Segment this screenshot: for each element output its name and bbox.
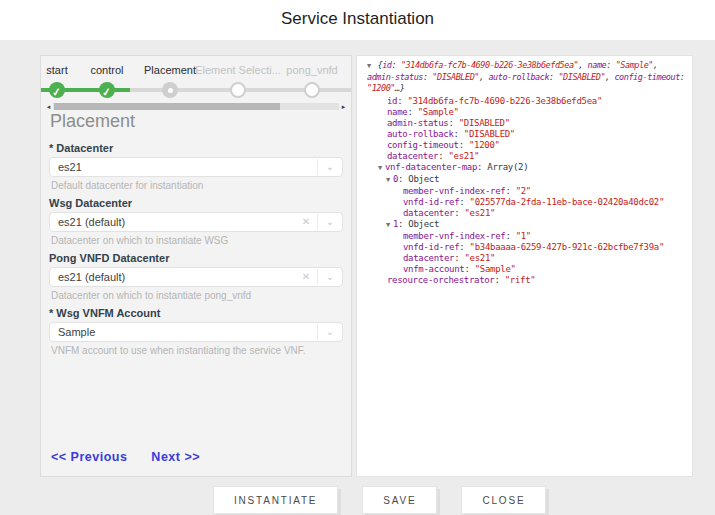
field-label: * Datacenter <box>49 142 343 154</box>
field-label: * Wsg VNFM Account <box>49 307 343 319</box>
step-label[interactable]: pong_vnfd <box>267 64 357 76</box>
json-text: id <box>382 60 391 70</box>
form-field: * Wsg VNFM AccountSample⌄VNFM account to… <box>49 307 343 356</box>
json-key: name <box>387 107 407 117</box>
json-value: "DISABLED" <box>459 118 510 128</box>
json-text: …} <box>395 83 404 93</box>
json-value: "314db6fa-fc7b-4690-b226-3e38b6efd5ea" <box>408 96 603 106</box>
clear-icon[interactable]: ✕ <box>295 268 317 286</box>
previous-link[interactable]: << Previous <box>51 450 127 464</box>
combobox[interactable]: es21 (default)✕⌄ <box>49 212 343 232</box>
json-line: admin-status: "DISABLED" <box>363 118 686 129</box>
field-help: Datacenter on which to instantiate WSG <box>49 235 343 246</box>
stepper-scrollbar[interactable]: ◂ ▸ <box>44 102 348 111</box>
page-title: Service Instantiation <box>0 9 715 29</box>
json-value: Object <box>408 219 439 229</box>
field-value: es21 <box>50 161 317 173</box>
scrollbar-track[interactable] <box>53 103 339 110</box>
combobox[interactable]: Sample⌄ <box>49 322 343 342</box>
chevron-down-icon[interactable]: ⌄ <box>317 269 342 285</box>
chevron-down-icon[interactable]: ⌄ <box>317 159 342 175</box>
form-field: * Datacenteres21⌄Default datacenter for … <box>49 142 343 191</box>
section-title: Placement <box>50 111 135 132</box>
json-key: vnfd-id-ref <box>403 242 459 252</box>
scroll-right-arrow-icon[interactable]: ▸ <box>339 102 348 111</box>
json-line: name: "Sample" <box>363 107 686 118</box>
json-line: vnfd-id-ref: "025577da-2fda-11eb-bace-02… <box>363 197 686 208</box>
json-key: datacenter <box>387 151 438 161</box>
json-line: datacenter: "es21" <box>363 151 686 162</box>
json-value: "1200" <box>469 140 500 150</box>
json-key: vnfm-account <box>403 264 464 274</box>
field-label: Wsg Datacenter <box>49 197 343 209</box>
json-value: "2" <box>516 186 531 196</box>
json-key: resource-orchestrator <box>387 275 495 285</box>
json-line: id: "314db6fa-fc7b-4690-b226-3e38b6efd5e… <box>363 96 686 107</box>
step-dot[interactable]: ✓ <box>99 82 115 98</box>
json-tree: id: "314db6fa-fc7b-4690-b226-3e38b6efd5e… <box>363 96 686 286</box>
json-line: ▼vnf-datacenter-map: Array(2) <box>363 162 686 174</box>
wizard-stepper: startcontrolPlacementElement Selecti...p… <box>41 56 351 112</box>
expander-icon[interactable]: ▼ <box>386 221 390 229</box>
json-line: config-timeout: "1200" <box>363 140 686 151</box>
json-line: vnfm-account: "Sample" <box>363 264 686 275</box>
next-link[interactable]: Next >> <box>151 450 200 464</box>
scroll-left-arrow-icon[interactable]: ◂ <box>44 102 53 111</box>
check-icon: ✓ <box>51 83 62 100</box>
json-text: "Sample" <box>616 60 653 70</box>
footer-buttons: INSTANTIATESAVECLOSE <box>213 486 546 514</box>
json-key: datacenter <box>403 253 454 263</box>
json-text: "314db6fa-fc7b-4690-b226-3e38b6efd5ea" <box>401 60 578 70</box>
json-line: ▼1: Object <box>363 219 686 231</box>
json-key: datacenter <box>403 208 454 218</box>
field-value: Sample <box>50 326 317 338</box>
json-line: member-vnf-index-ref: "1" <box>363 231 686 242</box>
form-field: Wsg Datacenteres21 (default)✕⌄Datacenter… <box>49 197 343 246</box>
field-value: es21 (default) <box>50 271 295 283</box>
json-key: vnfd-id-ref <box>403 197 459 207</box>
json-line: vnfd-id-ref: "b34baaaa-6259-427b-921c-62… <box>363 242 686 253</box>
scrollbar-thumb[interactable] <box>54 103 280 110</box>
chevron-down-icon[interactable]: ⌄ <box>317 214 342 230</box>
json-line: member-vnf-index-ref: "2" <box>363 186 686 197</box>
json-text: , <box>653 60 658 70</box>
json-value: "es21" <box>448 151 479 161</box>
json-value: "Sample" <box>418 107 459 117</box>
json-value: Object <box>408 174 439 184</box>
step-dot[interactable] <box>304 82 320 98</box>
json-value: "b34baaaa-6259-427b-921c-62bcfbe7f39a" <box>470 242 665 252</box>
json-text: "1200" <box>367 83 395 93</box>
save-button[interactable]: SAVE <box>362 486 437 514</box>
json-value: "es21" <box>464 208 495 218</box>
expander-icon[interactable]: ▼ <box>367 62 375 70</box>
placement-form: * Datacenteres21⌄Default datacenter for … <box>49 142 343 362</box>
json-line: auto-rollback: "DISABLED" <box>363 129 686 140</box>
json-text: name <box>588 60 607 70</box>
step-dot[interactable]: ✓ <box>49 82 65 98</box>
json-value: "Sample" <box>475 264 516 274</box>
combobox[interactable]: es21 (default)✕⌄ <box>49 267 343 287</box>
clear-icon[interactable]: ✕ <box>295 213 317 231</box>
chevron-down-icon[interactable]: ⌄ <box>317 324 342 340</box>
json-viewer-panel: ▼ {id: "314db6fa-fc7b-4690-b226-3e38b6ef… <box>356 55 693 477</box>
json-text: : <box>606 60 615 70</box>
field-label: Pong VNFD Datacenter <box>49 252 343 264</box>
form-field: Pong VNFD Datacenteres21 (default)✕⌄Data… <box>49 252 343 301</box>
combobox[interactable]: es21⌄ <box>49 157 343 177</box>
json-text: "DISABLED" <box>432 72 479 82</box>
service-instantiation-dialog: Service Instantiation startcontrolPlacem… <box>0 0 715 515</box>
json-line: ▼0: Object <box>363 174 686 186</box>
json-text: : <box>680 72 685 82</box>
expander-icon[interactable]: ▼ <box>386 176 390 184</box>
json-value: Array(2) <box>487 162 528 172</box>
json-key: vnf-datacenter-map <box>385 162 477 172</box>
instantiate-button[interactable]: INSTANTIATE <box>213 486 338 514</box>
json-viewer: ▼ {id: "314db6fa-fc7b-4690-b226-3e38b6ef… <box>363 60 686 286</box>
step-dot[interactable] <box>162 82 178 98</box>
json-key: id <box>387 96 397 106</box>
json-value: "es21" <box>464 253 495 263</box>
close-button[interactable]: CLOSE <box>461 486 546 514</box>
expander-icon[interactable]: ▼ <box>378 164 382 172</box>
step-dot[interactable] <box>230 82 246 98</box>
json-text: admin-status <box>367 72 423 82</box>
